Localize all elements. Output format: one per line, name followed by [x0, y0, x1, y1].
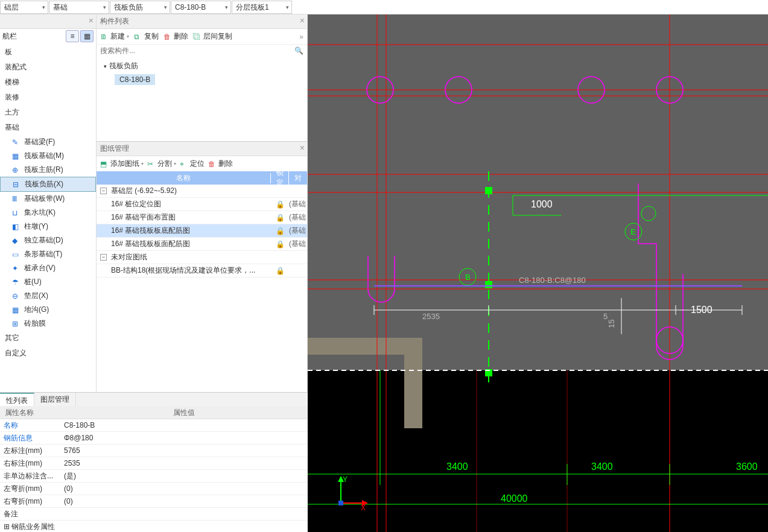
nav-item-bedding[interactable]: ⊖垫层(X) — [0, 289, 96, 303]
nav-item-strip[interactable]: Ⅲ基础板带(W) — [0, 192, 96, 206]
nav-item-pile-cap[interactable]: ✦桩承台(V) — [0, 261, 96, 275]
property-row[interactable]: 备注 — [0, 508, 308, 521]
nav-item-foundation-beam[interactable]: ✎基础梁(F) — [0, 135, 96, 149]
prop-value[interactable]: (0) — [60, 484, 308, 493]
th-prop-value: 属性值 — [60, 406, 308, 419]
drawing-mgmt-header: 图纸管理 × — [97, 142, 307, 156]
nav-cat[interactable]: 楼梯 — [0, 75, 96, 90]
lock-icon[interactable]: 🔒 — [271, 227, 289, 235]
drawing-label: 未对应图纸 — [111, 252, 147, 262]
nav-cat[interactable]: 装修 — [0, 90, 96, 105]
list-view-button[interactable]: ≡ — [66, 30, 79, 42]
lock-icon[interactable]: 🔒 — [271, 267, 289, 275]
prop-value[interactable]: 2535 — [60, 459, 308, 467]
rebar-label: C8-180-B:C8@180 — [519, 276, 586, 285]
prop-value[interactable]: (0) — [60, 497, 308, 505]
type-dropdown[interactable]: 筏板负筋▾ — [110, 1, 170, 14]
layer-dropdown[interactable]: 分层筏板1▾ — [232, 1, 292, 14]
drawing-label: 16# 桩位定位图 — [111, 199, 161, 209]
prop-value[interactable]: (是) — [60, 471, 308, 481]
nav-item-strip-foundation[interactable]: ▭条形基础(T) — [0, 247, 96, 261]
nav-item-raft-main[interactable]: ⊕筏板主筋(R) — [0, 163, 96, 177]
pilecap-icon: ✦ — [12, 264, 21, 273]
drawing-row[interactable]: −基础层 (-6.92~-5.92) — [97, 185, 307, 198]
nav-cat[interactable]: 土方 — [0, 105, 96, 120]
drawing-row[interactable]: 16# 基础筏板板面配筋图🔒(基础 — [97, 238, 307, 251]
category-dropdown[interactable]: 基础▾ — [49, 1, 109, 14]
strip-f-icon: ▭ — [12, 250, 21, 259]
property-row[interactable]: 左弯折(mm)(0) — [0, 483, 308, 495]
component-tree-parent[interactable]: ▾筏板负筋 — [97, 59, 307, 73]
lock-icon[interactable]: 🔒 — [271, 214, 289, 222]
drawing-row[interactable]: 16# 基础筏板板底配筋图🔒(基础 — [97, 224, 307, 238]
prop-value[interactable]: C8-180-B — [60, 421, 308, 429]
search-icon[interactable]: 🔍 — [294, 46, 303, 55]
tab-layer-management[interactable]: 图层管理 — [34, 393, 76, 406]
property-row[interactable]: 钢筋信息Φ8@180 — [0, 432, 308, 445]
chevron-down-icon: ▾ — [164, 4, 167, 10]
search-input[interactable] — [100, 46, 294, 55]
pile-icon: ☂ — [12, 278, 21, 287]
drawing-row[interactable]: −未对应图纸 — [97, 251, 307, 264]
expand-icon[interactable]: − — [100, 254, 107, 261]
prop-name: 右标注(mm) — [0, 458, 60, 469]
nav-cat[interactable]: 自定义 — [0, 346, 96, 361]
nav-cat[interactable]: 装配式 — [0, 60, 96, 75]
property-row[interactable]: 左标注(mm)5765 — [0, 445, 308, 457]
close-icon[interactable]: × — [300, 143, 305, 153]
copy-button[interactable]: ⧉复制 — [134, 31, 159, 42]
nav-item-raft-negative[interactable]: ⊟筏板负筋(X) — [0, 177, 96, 192]
nav-cat[interactable]: 其它 — [0, 331, 96, 346]
floor-dropdown[interactable]: 础层▾ — [0, 1, 48, 14]
prop-name: 备注 — [0, 509, 60, 519]
drawing-row[interactable]: 16# 桩位定位图🔒(基础 — [97, 198, 307, 211]
nav-item-isolated[interactable]: ◆独立基础(D) — [0, 233, 96, 247]
trench-icon: ▦ — [12, 306, 21, 314]
prop-value[interactable]: Φ8@180 — [60, 434, 308, 442]
grid-icon: ▦ — [12, 152, 21, 160]
locate-button[interactable]: ⌖定位 — [180, 159, 205, 169]
component-dropdown[interactable]: C8-180-B▾ — [171, 1, 231, 14]
tab-property-list[interactable]: 性列表 — [0, 393, 34, 406]
property-row[interactable]: 名称C8-180-B — [0, 419, 308, 432]
add-drawing-button[interactable]: ⬒添加图纸▾ — [100, 159, 144, 169]
lock-icon[interactable]: 🔒 — [271, 200, 289, 209]
property-row[interactable]: 右弯折(mm)(0) — [0, 495, 308, 508]
nav-item-sump[interactable]: ⊔集水坑(K) — [0, 206, 96, 220]
component-tree-item[interactable]: C8-180-B — [115, 74, 155, 85]
dim-2535: 2535 — [422, 312, 440, 321]
detail-view-button[interactable]: ▦ — [80, 30, 94, 42]
nav-cat[interactable]: 板 — [0, 45, 96, 60]
axis-x-label: X — [361, 504, 366, 512]
nav-item-trench[interactable]: ▦地沟(G) — [0, 303, 96, 317]
dim-1500: 1500 — [691, 305, 712, 315]
property-row[interactable]: 非单边标注含...(是) — [0, 470, 308, 483]
drawing-row[interactable]: 16# 基础平面布置图🔒(基础 — [97, 211, 307, 224]
nav-item-raft-foundation[interactable]: ▦筏板基础(M) — [0, 149, 96, 163]
lock-icon[interactable]: 🔒 — [271, 240, 289, 249]
property-row[interactable]: 右标注(mm)2535 — [0, 457, 308, 470]
expand-icon[interactable]: − — [100, 188, 107, 194]
nav-cat[interactable]: 基础 — [0, 120, 96, 135]
delete-icon: 🗑 — [208, 160, 217, 168]
nav-item-brick[interactable]: ⊞砖胎膜 — [0, 317, 96, 331]
more-icon[interactable]: » — [299, 33, 303, 41]
new-button[interactable]: 🗎新建▾ — [100, 31, 129, 42]
canvas-area[interactable]: E B 1000 — [308, 14, 768, 532]
prop-value[interactable]: 5765 — [60, 446, 308, 455]
prop-name: 右弯折(mm) — [0, 496, 60, 507]
close-icon[interactable]: × — [300, 16, 305, 25]
delete-icon: 🗑 — [163, 33, 172, 41]
nav-item-pier[interactable]: ◧柱墩(Y) — [0, 220, 96, 233]
nav-item-pile[interactable]: ☂桩(U) — [0, 275, 96, 289]
delete-drawing-button[interactable]: 🗑删除 — [208, 159, 233, 169]
layer-copy-button[interactable]: ⿻层间复制 — [193, 31, 232, 42]
split-button[interactable]: ✂分割▾ — [147, 159, 176, 169]
property-row[interactable]: ⊞ 钢筋业务属性 — [0, 521, 308, 532]
prop-name: ⊞ 钢筋业务属性 — [0, 522, 60, 532]
rebar-neg-icon: ⊟ — [13, 180, 21, 189]
axis-y-label: Y — [343, 475, 348, 484]
close-icon[interactable]: × — [89, 16, 94, 25]
drawing-row[interactable]: BB-结构18(根据现场情况及建设单位要求，...🔒 — [97, 264, 307, 277]
delete-button[interactable]: 🗑删除 — [163, 31, 188, 42]
